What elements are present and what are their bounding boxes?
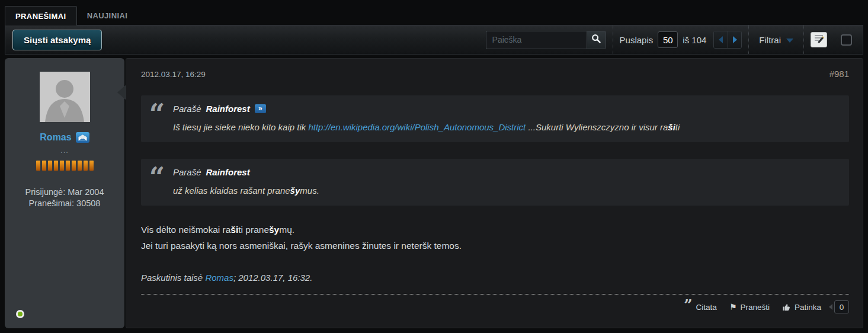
page-nav-buttons [713,31,742,49]
highlighted-text: šy [269,225,279,235]
reputation-bar [78,161,82,171]
body-run: Vis dėlto neišmokai ra [141,225,230,235]
chevron-left-icon [719,36,723,43]
page-number-input[interactable] [658,31,678,48]
report-action-button[interactable]: ⚑ Pranešti [729,303,770,312]
editor-user-link[interactable]: Romas [205,273,233,283]
quote-body: Parašė Rainforest » Iš tiesų jie sieke n… [173,104,838,132]
reputation-bar [89,161,94,171]
tab-bar: PRANEŠIMAI NAUJINIAI [5,5,863,25]
tab-naujiniai[interactable]: NAUJINIAI [77,6,138,25]
user-stats: Prisijungė: Mar 2004 Pranešimai: 30508 [25,187,104,209]
body-run: ti prane [238,225,269,235]
reputation-bar [60,161,64,171]
toolbar-separator [748,25,749,54]
pencil-pad-icon [813,33,825,46]
quote-prefix: Parašė [173,104,201,114]
search-button[interactable] [587,31,606,49]
next-page-button[interactable] [728,31,741,48]
toolbar-right: Puslapis iš 104 Filtrai [486,25,856,54]
filters-label: Filtrai [759,35,781,45]
post-count: Pranešimai: 30508 [25,198,104,209]
quote-author: Rainforest [206,104,250,114]
reputation-bars [36,161,94,171]
edit-note-prefix: Paskutinis taisė [141,273,205,283]
quote-run: ti [675,122,680,132]
page-total-label: iš 104 [683,35,706,45]
edit-note: Paskutinis taisė Romas; 2012.03.17, 16:3… [141,273,849,283]
quote-body: Parašė Rainforest už kelias klaidas raša… [173,167,838,196]
quote-title: Parašė Rainforest » [173,104,838,114]
pagination: Puslapis iš 104 [620,31,742,49]
avatar[interactable] [40,72,90,122]
quote-title: Parašė Rainforest [173,167,838,177]
reputation-bar [54,161,58,171]
quote-action-label: Citata [696,303,717,312]
chevron-right-icon [733,36,737,43]
edit-note-suffix: ; 2012.03.17, 16:32. [233,273,312,283]
reputation-bar [84,161,88,171]
like-count-wrap: 0 [829,300,849,313]
search-input[interactable] [486,31,587,49]
highlighted-text: ši [230,225,238,235]
quote-run: Iš tiesų jie sieke nieko kito kaip tik [173,122,308,132]
user-title: ... [60,148,69,153]
post-header: 2012.03.17, 16:29 #981 [141,69,849,79]
highlighted-text: ši [668,122,675,132]
person-silhouette-icon [40,72,90,122]
reputation-bar [42,161,46,171]
quote-author: Rainforest [206,167,250,177]
reputation-bar [72,161,76,171]
quote-icon: ” [684,303,692,311]
post-body: Vis dėlto neišmokai rašiti pranešymų. Je… [141,222,849,254]
report-action-label: Pranešti [740,303,770,312]
search-box [486,31,606,49]
quote-action-button[interactable]: ” Citata [684,303,717,312]
jump-to-post-icon[interactable]: » [255,104,266,113]
username-link[interactable]: Romas [40,132,71,143]
post-timestamp: 2012.03.17, 16:29 [141,70,206,79]
quote-run: ...Sukurti Wylienszczyzno ir visur ra [526,122,668,132]
page-label: Puslapis [620,35,654,45]
count-pointer-icon [829,304,832,310]
quote-run: mus. [300,185,319,196]
tab-pranesimai[interactable]: PRANEŠIMAI [5,6,77,25]
thread-content: Romas ... Prisijungė: Mar 2004 Pranešima… [5,58,863,328]
post-body-line: Vis dėlto neišmokai rašiti pranešymų. [141,222,849,238]
send-pm-envelope-icon[interactable] [76,132,89,143]
select-post-checkbox[interactable] [841,34,852,46]
post-pointer-notch [117,85,126,100]
forum-page: PRANEŠIMAI NAUJINIAI Siųsti atsakymą Pus… [0,0,868,328]
reply-button[interactable]: Siųsti atsakymą [12,30,102,50]
quote-mark-icon: “ [147,104,167,132]
notes-button[interactable] [811,32,827,47]
flag-icon: ⚑ [729,303,737,311]
quote-text: už kelias klaidas rašant pranešymus. [173,185,838,196]
post-panel: 2012.03.17, 16:29 #981 “ Parašė Rainfore… [126,58,863,328]
quote-run: už kelias klaidas rašant prane [173,185,290,196]
body-run: mų. [279,225,294,235]
post-number-link[interactable]: #981 [829,69,849,79]
wikipedia-link[interactable]: http://en.wikipedia.org/wiki/Polish_Auto… [308,122,526,132]
filters-dropdown[interactable]: Filtrai [755,35,797,45]
quote-block: “ Parašė Rainforest » Iš tiesų jie sieke… [141,95,849,142]
quote-text: Iš tiesų jie sieke nieko kito kaip tik h… [173,122,838,132]
like-action-label: Patinka [795,303,821,312]
toolbar-separator [613,25,613,54]
username-row: Romas [40,132,89,143]
thumb-up-icon [782,303,791,312]
prev-page-button[interactable] [714,31,728,48]
chevron-down-icon [786,39,793,43]
joined-date: Prisijungė: Mar 2004 [25,187,104,198]
like-action-button[interactable]: Patinka [782,303,821,312]
search-icon [591,34,601,46]
reputation-bar [36,161,40,171]
tab-naujiniai-label: NAUJINIAI [87,11,128,20]
tab-pranesimai-label: PRANEŠIMAI [15,12,66,21]
highlighted-text: šy [290,185,300,196]
author-sidebar: Romas ... Prisijungė: Mar 2004 Pranešima… [5,58,124,328]
like-count-badge: 0 [834,300,849,313]
quote-block: “ Parašė Rainforest už kelias klaidas ra… [141,159,849,206]
reputation-bar [66,161,70,171]
reputation-bar [48,161,52,171]
